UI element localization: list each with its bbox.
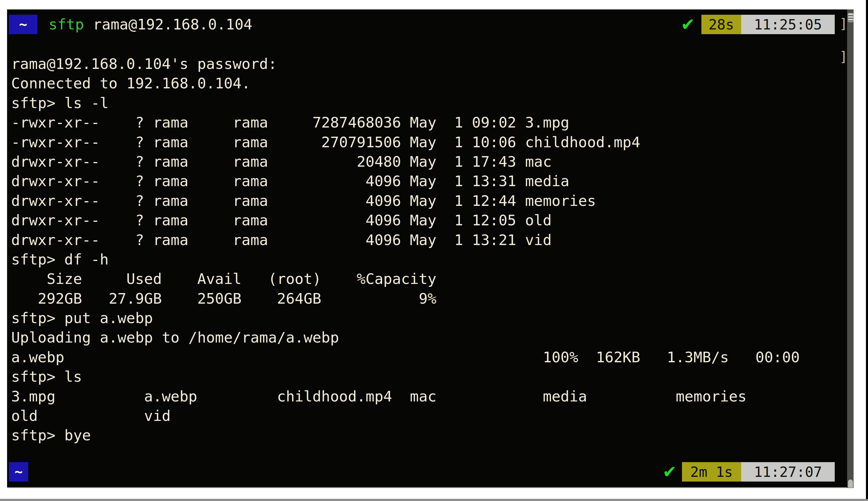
check-icon-bottom: ✔ xyxy=(659,462,680,482)
terminal-line: sftp> ls -l xyxy=(11,93,800,113)
scrollbar-menu-icon[interactable] xyxy=(848,13,854,22)
title-host: rama@192.168.0.104 xyxy=(84,16,252,33)
title-command: sftp xyxy=(48,16,84,33)
scrollbar-thumb[interactable] xyxy=(848,480,853,488)
duration-badge-top: 28s xyxy=(701,15,741,34)
tilde-icon: ~ xyxy=(19,17,28,32)
check-icon-top: ✔ xyxy=(678,15,698,34)
edge-mark-1: ] xyxy=(839,16,848,31)
terminal-line: Uploading a.webp to /home/rama/a.webp xyxy=(11,328,800,347)
page-bottom-bar xyxy=(0,499,868,501)
clock-badge-top: 11:25:05 xyxy=(741,15,835,34)
screen: ~ sftp rama@192.168.0.104 ✔ 28s 11:25:05… xyxy=(0,0,868,501)
terminal-line: rama@192.168.0.104's password: xyxy=(11,54,800,74)
terminal-lines: rama@192.168.0.104's password:Connected … xyxy=(11,54,800,445)
terminal-line: drwxr-xr-- ? rama rama 4096 May 1 13:21 … xyxy=(11,230,800,250)
session-badge-top: ~ xyxy=(9,15,37,34)
tilde-icon: ~ xyxy=(14,464,23,480)
terminal-line: 3.mpg a.webp childhood.mp4 mac media mem… xyxy=(11,387,800,406)
duration-badge-bottom: 2m 1s xyxy=(682,462,741,482)
terminal-line: 292GB 27.9GB 250GB 264GB 9% xyxy=(11,289,800,308)
terminal-line: Size Used Avail (root) %Capacity xyxy=(11,269,800,289)
terminal-line: Connected to 192.168.0.104. xyxy=(11,74,800,93)
terminal-line: old vid xyxy=(11,406,800,426)
terminal-line: drwxr-xr-- ? rama rama 4096 May 1 13:31 … xyxy=(11,171,800,191)
terminal-line: sftp> bye xyxy=(11,426,800,445)
terminal-line: drwxr-xr-- ? rama rama 4096 May 1 12:44 … xyxy=(11,191,800,211)
scrollbar-track[interactable] xyxy=(847,9,854,488)
window-title: sftp rama@192.168.0.104 xyxy=(48,15,252,34)
session-badge-bottom: ~ xyxy=(9,462,28,482)
terminal-line: -rwxr-xr-- ? rama rama 7287468036 May 1 … xyxy=(11,113,800,132)
terminal-line: sftp> put a.webp xyxy=(11,308,800,328)
edge-mark-2: ] xyxy=(839,49,848,64)
terminal-line: sftp> df -h xyxy=(11,250,800,269)
terminal-window[interactable]: ~ sftp rama@192.168.0.104 ✔ 28s 11:25:05… xyxy=(7,9,847,488)
terminal-line: sftp> ls xyxy=(11,367,800,386)
terminal-line: -rwxr-xr-- ? rama rama 270791506 May 1 1… xyxy=(11,132,800,152)
terminal-line: a.webp 100% 162KB 1.3MB/s 00:00 xyxy=(11,348,800,367)
clock-badge-bottom: 11:27:07 xyxy=(741,462,835,482)
terminal-line: drwxr-xr-- ? rama rama 20480 May 1 17:43… xyxy=(11,152,800,171)
page-right-border xyxy=(866,0,868,501)
terminal-line: drwxr-xr-- ? rama rama 4096 May 1 12:05 … xyxy=(11,211,800,230)
